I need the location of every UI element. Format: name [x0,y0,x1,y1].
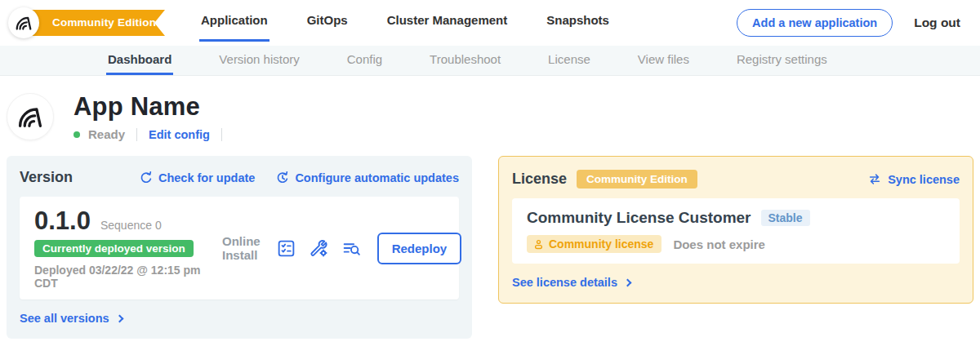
status-dot [74,131,80,138]
top-header: Community Edition Application GitOps Clu… [0,0,980,46]
configure-automatic-updates-label: Configure automatic updates [295,171,459,184]
nav-item-application[interactable]: Application [199,0,270,42]
expiry-text: Does not expire [673,237,765,251]
brand-logo[interactable]: Community Edition [8,7,165,38]
sync-icon [867,173,882,185]
license-card-header: License Community Edition Sync license [512,170,960,189]
app-status-row: Ready Edit config [74,127,225,141]
version-card-header: Version Check for update [20,169,459,186]
version-card-footer: See all versions [20,311,459,326]
license-details-panel: Community License Customer Stable Commun… [512,198,960,264]
app-title: App Name [74,92,225,122]
sync-license-link[interactable]: Sync license [867,173,960,186]
see-license-details-label: See license details [512,276,617,289]
nav-item-gitops[interactable]: GitOps [305,0,350,42]
version-card-title: Version [20,169,73,186]
divider [136,128,137,141]
logout-button[interactable]: Log out [914,16,960,30]
version-actions: Online Install [222,233,461,264]
replicated-logo-icon [14,13,33,33]
app-header: App Name Ready Edit config [0,76,980,141]
chevron-right-icon [115,314,123,322]
version-card-actions: Check for update Configure automatic upd… [140,171,459,184]
version-number: 0.1.0 [34,206,91,236]
header-right: Add a new application Log out [737,9,960,37]
install-type-label: Online Install [222,234,261,262]
sync-license-label: Sync license [888,173,960,186]
app-meta: App Name Ready Edit config [74,92,225,141]
license-type-badge: Community license [527,235,662,253]
see-all-versions-label: See all versions [20,312,109,325]
channel-badge: Stable [761,210,810,226]
config-wrench-icon[interactable] [309,238,329,259]
current-version-panel: 0.1.0 Sequence 0 Currently deployed vers… [20,197,459,299]
version-card: Version Check for update [7,156,472,339]
add-new-application-button[interactable]: Add a new application [737,9,893,37]
sequence-label: Sequence 0 [100,219,162,232]
nav-item-cluster-management[interactable]: Cluster Management [385,0,510,42]
check-for-update-label: Check for update [158,171,255,184]
see-license-details-link[interactable]: See license details [512,276,630,289]
check-for-update-link[interactable]: Check for update [140,171,255,184]
app-logo-icon [16,102,45,131]
license-card: License Community Edition Sync license C… [498,156,973,304]
license-card-title: License [512,171,567,188]
subnav-item-registry-settings[interactable]: Registry settings [735,46,829,75]
subnav-item-config[interactable]: Config [345,46,384,75]
nav-item-snapshots[interactable]: Snapshots [545,0,611,42]
chevron-right-icon [624,278,632,286]
refresh-icon [140,171,153,184]
edition-ribbon: Community Edition [23,10,165,36]
release-notes-icon[interactable] [276,238,296,259]
edition-badge: Community Edition [577,170,697,189]
dashboard-content: Version Check for update [0,141,980,339]
see-all-versions-link[interactable]: See all versions [20,312,122,325]
configure-automatic-updates-link[interactable]: Configure automatic updates [276,171,459,184]
customer-name: Community License Customer [527,209,751,227]
license-type-label: Community license [549,237,653,251]
person-icon [533,239,544,250]
edition-ribbon-label: Community Edition [52,16,156,29]
clock-refresh-icon [276,171,289,184]
main-nav: Application GitOps Cluster Management Sn… [199,0,611,46]
deployed-timestamp: Deployed 03/22/22 @ 12:15 pm CDT [34,264,222,290]
license-card-footer: See license details [512,275,960,290]
subnav-item-license[interactable]: License [546,46,592,75]
redeploy-button[interactable]: Redeploy [377,233,462,264]
subnav-item-troubleshoot[interactable]: Troubleshoot [428,46,502,75]
view-logs-icon[interactable] [341,238,362,259]
divider [221,128,222,141]
status-text: Ready [88,127,125,141]
subnav-item-view-files[interactable]: View files [636,46,691,75]
version-info: 0.1.0 Sequence 0 Currently deployed vers… [34,206,222,290]
sub-nav: Dashboard Version history Config Trouble… [0,46,980,76]
deployed-badge: Currently deployed version [34,240,194,257]
edit-config-link[interactable]: Edit config [149,128,210,141]
replicated-logo [8,7,39,38]
subnav-item-version-history[interactable]: Version history [217,46,301,75]
subnav-item-dashboard[interactable]: Dashboard [106,46,173,75]
app-avatar [7,93,54,140]
